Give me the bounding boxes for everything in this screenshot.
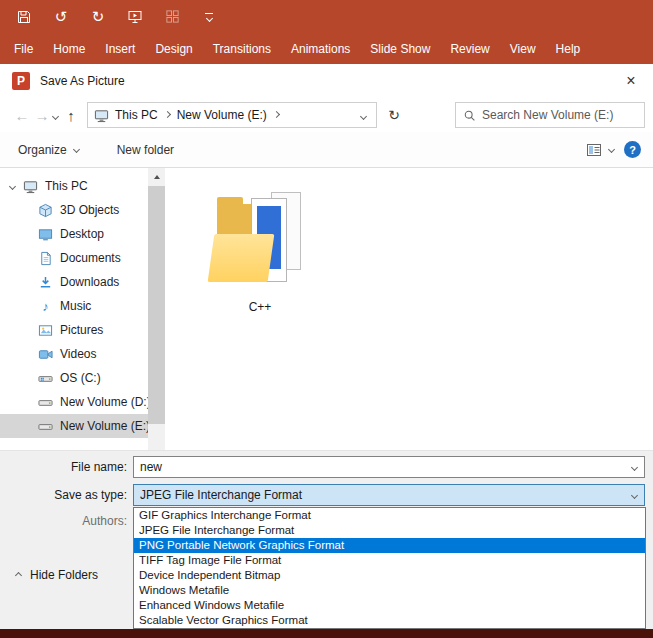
address-bar[interactable]: This PC New Volume (E:) xyxy=(87,102,377,128)
save-as-type-combobox[interactable]: JPEG File Interchange Format xyxy=(133,484,645,506)
chevron-down-icon xyxy=(608,146,615,153)
sidebar-item-videos[interactable]: Videos xyxy=(0,342,148,366)
change-view-button[interactable] xyxy=(586,142,614,158)
sidebar-scrollbar[interactable] xyxy=(148,168,165,450)
help-icon[interactable]: ? xyxy=(624,141,641,158)
sidebar-item-os-c[interactable]: OS (C:) xyxy=(0,366,148,390)
organize-label: Organize xyxy=(18,143,67,157)
save-icon[interactable] xyxy=(14,7,34,27)
this-pc-icon xyxy=(94,108,109,123)
dropdown-option-svg[interactable]: Scalable Vector Graphics Format xyxy=(134,613,645,628)
music-icon: ♪ xyxy=(38,299,53,314)
search-box xyxy=(455,102,645,128)
tab-slide-show[interactable]: Slide Show xyxy=(360,33,440,64)
powerpoint-window: ↺ ↻ File Home Insert Design Transitions … xyxy=(0,0,653,638)
new-folder-label: New folder xyxy=(117,143,174,157)
sidebar-item-label: Desktop xyxy=(60,227,104,241)
sidebar-item-music[interactable]: ♪ Music xyxy=(0,294,148,318)
sidebar-item-label: Music xyxy=(60,299,91,313)
slide-sorter-icon[interactable] xyxy=(162,7,182,27)
file-list: C++ xyxy=(165,168,653,450)
file-name-label: File name: xyxy=(0,460,127,474)
file-name-input[interactable] xyxy=(134,460,624,474)
refresh-icon[interactable]: ↻ xyxy=(381,107,407,123)
downloads-icon xyxy=(38,275,53,290)
dropdown-option-wmf[interactable]: Windows Metafile xyxy=(134,583,645,598)
breadcrumb-separator-icon[interactable] xyxy=(273,110,280,117)
redo-icon[interactable]: ↻ xyxy=(88,7,108,27)
tab-file[interactable]: File xyxy=(4,33,43,64)
sidebar-item-label: Videos xyxy=(60,347,96,361)
sidebar-item-desktop[interactable]: Desktop xyxy=(0,222,148,246)
tab-animations[interactable]: Animations xyxy=(281,33,360,64)
dialog-footer-panel: File name: Save as type: JPEG File Inter… xyxy=(0,450,653,629)
scroll-up-icon[interactable] xyxy=(148,168,165,185)
tab-home[interactable]: Home xyxy=(43,33,95,64)
sidebar-item-new-volume-d[interactable]: New Volume (D:) xyxy=(0,390,148,414)
back-icon[interactable]: ← xyxy=(12,107,32,124)
forward-icon[interactable]: → xyxy=(32,107,52,124)
chevron-down-icon[interactable] xyxy=(624,485,644,505)
sidebar-item-label: Downloads xyxy=(60,275,119,289)
dropdown-option-tiff[interactable]: TIFF Tag Image File Format xyxy=(134,553,645,568)
chevron-up-icon xyxy=(15,571,22,578)
dialog-command-bar: Organize New folder ? xyxy=(0,132,653,168)
folder-icon xyxy=(205,178,315,296)
tab-review[interactable]: Review xyxy=(440,33,499,64)
up-icon[interactable]: ↑ xyxy=(61,107,81,124)
sidebar-item-documents[interactable]: Documents xyxy=(0,246,148,270)
search-icon xyxy=(463,109,476,122)
folder-item-cpp[interactable]: C++ xyxy=(195,178,325,328)
sidebar-item-this-pc[interactable]: This PC xyxy=(0,174,148,198)
expander-icon[interactable] xyxy=(9,182,16,189)
customize-qat-icon[interactable] xyxy=(199,7,219,27)
dropdown-option-gif[interactable]: GIF Graphics Interchange Format xyxy=(134,508,645,523)
save-as-type-dropdown: GIF Graphics Interchange Format JPEG Fil… xyxy=(133,507,646,629)
authors-label: Authors: xyxy=(0,514,127,528)
sidebar-item-pictures[interactable]: Pictures xyxy=(0,318,148,342)
close-icon[interactable]: × xyxy=(609,64,653,97)
undo-icon[interactable]: ↺ xyxy=(51,7,71,27)
file-name-combobox[interactable] xyxy=(133,456,645,478)
dialog-navbar: ← → ↑ This PC New Volume (E:) ↻ xyxy=(0,97,653,133)
this-pc-icon xyxy=(23,179,38,194)
dropdown-option-dib[interactable]: Device Independent Bitmap xyxy=(134,568,645,583)
start-slideshow-icon[interactable] xyxy=(125,7,145,27)
navigation-pane: This PC 3D Objects Desktop Documents Dow… xyxy=(0,168,148,450)
recent-locations-icon[interactable] xyxy=(52,105,61,125)
sidebar-item-label: 3D Objects xyxy=(60,203,119,217)
pictures-icon xyxy=(38,323,53,338)
sidebar-item-label: New Volume (E:) xyxy=(60,419,148,433)
chevron-down-icon[interactable] xyxy=(624,457,644,477)
tab-help[interactable]: Help xyxy=(546,33,591,64)
tab-view[interactable]: View xyxy=(500,33,546,64)
breadcrumb-current-folder[interactable]: New Volume (E:) xyxy=(171,108,273,122)
sidebar-item-new-volume-e[interactable]: New Volume (E:) xyxy=(0,414,148,438)
scrollbar-thumb[interactable] xyxy=(148,186,165,424)
save-as-type-label: Save as type: xyxy=(0,488,127,502)
desktop-icon xyxy=(38,227,53,242)
quick-access-toolbar: ↺ ↻ xyxy=(0,0,653,33)
sidebar-item-3d-objects[interactable]: 3D Objects xyxy=(0,198,148,222)
sidebar-item-label: Documents xyxy=(60,251,121,265)
tab-transitions[interactable]: Transitions xyxy=(203,33,281,64)
breadcrumb-this-pc[interactable]: This PC xyxy=(109,108,164,122)
hide-folders-label: Hide Folders xyxy=(30,568,98,582)
address-dropdown-icon[interactable] xyxy=(357,105,370,125)
tab-design[interactable]: Design xyxy=(145,33,202,64)
breadcrumb-separator-icon xyxy=(164,110,171,117)
search-input[interactable] xyxy=(482,108,637,122)
hide-folders-button[interactable]: Hide Folders xyxy=(16,563,98,587)
3d-objects-icon xyxy=(38,203,53,218)
new-folder-button[interactable]: New folder xyxy=(117,143,174,157)
dropdown-option-emf[interactable]: Enhanced Windows Metafile xyxy=(134,598,645,613)
organize-button[interactable]: Organize xyxy=(18,143,79,157)
drive-icon xyxy=(38,419,53,434)
tab-insert[interactable]: Insert xyxy=(95,33,145,64)
dialog-title: Save As Picture xyxy=(40,74,125,88)
sidebar-item-downloads[interactable]: Downloads xyxy=(0,270,148,294)
dropdown-option-jpeg[interactable]: JPEG File Interchange Format xyxy=(134,523,645,538)
dropdown-option-png[interactable]: PNG Portable Network Graphics Format xyxy=(134,538,645,553)
folder-name: C++ xyxy=(249,300,272,314)
documents-icon xyxy=(38,251,53,266)
